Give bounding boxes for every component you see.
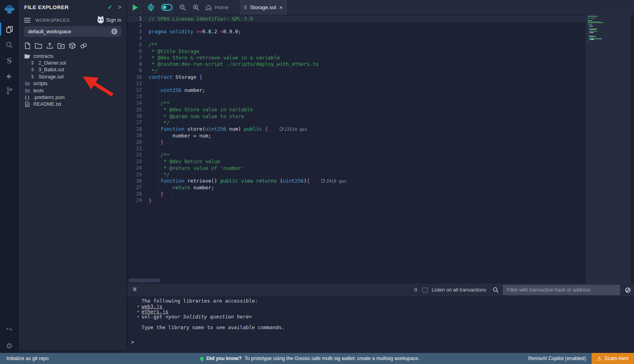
- listen-label: Listen on all transactions: [432, 287, 486, 293]
- collapse-terminal-icon[interactable]: [132, 286, 137, 293]
- remix-logo-icon[interactable]: [0, 3, 19, 17]
- vertical-scrollbar[interactable]: [631, 15, 634, 284]
- code-line-19[interactable]: 19 number = num;: [127, 132, 586, 139]
- tree-item-contracts[interactable]: contracts: [19, 53, 127, 59]
- code-line-5[interactable]: 5/**: [127, 42, 586, 48]
- folder-icon: [24, 81, 31, 86]
- code-line-7[interactable]: 7 * @dev Store & retrieve value in a var…: [127, 54, 586, 61]
- tree-item-tests[interactable]: tests: [19, 87, 127, 94]
- tree-item-.prettierrc.json[interactable]: {}.prettierrc.json: [19, 94, 127, 101]
- run-script-button[interactable]: [133, 4, 138, 11]
- link-icon[interactable]: [80, 42, 88, 50]
- panel-title: FILE EXPLORER: [24, 4, 107, 10]
- code-line-11[interactable]: 11: [127, 80, 586, 87]
- lightbulb-icon: [200, 357, 204, 360]
- transaction-filter-input[interactable]: [503, 285, 620, 295]
- sign-in-button[interactable]: Sign in: [97, 17, 121, 23]
- code-line-29[interactable]: 29}: [127, 197, 586, 204]
- terminal-prompt[interactable]: >: [131, 339, 134, 345]
- code-line-8[interactable]: 8 * @custom:dev-run-script ./scripts/dep…: [127, 61, 586, 67]
- scam-alert-button[interactable]: ⚠ Scam Alert: [592, 353, 634, 364]
- indent-guide: [172, 184, 172, 197]
- code-line-28[interactable]: 28 }: [127, 191, 586, 197]
- code-editor[interactable]: 1// SPDX-License-Identifier: GPL-3.023pr…: [127, 15, 634, 284]
- sol-icon: S: [29, 74, 36, 80]
- tab-storage-sol[interactable]: S Storage.sol ×: [239, 0, 288, 15]
- code-line-24[interactable]: 24 * @return value of 'number': [127, 165, 586, 171]
- code-line-22[interactable]: 22 /**: [127, 152, 586, 158]
- new-file-icon[interactable]: [24, 42, 31, 50]
- ai-copilot-robot-icon[interactable]: [147, 4, 155, 11]
- code-line-20[interactable]: 20 }: [127, 139, 586, 145]
- zoom-in-icon[interactable]: [193, 4, 200, 11]
- code-lines: 1// SPDX-License-Identifier: GPL-3.023pr…: [127, 15, 586, 204]
- deploy-run-icon[interactable]: [0, 70, 19, 83]
- terminal-controls: 0 Listen on all transactions: [414, 285, 634, 295]
- code-line-9[interactable]: 9 */: [127, 67, 586, 74]
- icon-rail: S ⚙: [0, 0, 19, 364]
- folder-icon: [24, 88, 31, 93]
- chevron-right-icon[interactable]: >: [118, 4, 121, 10]
- code-line-26[interactable]: 26 function retrieve() public view retur…: [127, 178, 586, 184]
- copilot-status[interactable]: RemixAI Copilot (enabled): [528, 356, 586, 361]
- terminal-line: •ethers.js: [137, 309, 285, 314]
- new-folder-icon[interactable]: [34, 42, 42, 50]
- code-line-21[interactable]: 21: [127, 145, 586, 152]
- code-line-3[interactable]: 3pragma solidity >=0.8.2 <0.9.0;: [127, 29, 586, 35]
- code-line-27[interactable]: 27 return number;: [127, 184, 586, 191]
- code-line-18[interactable]: 18 function store(uint256 num) public {2…: [127, 126, 586, 132]
- tree-item-3_Ballot.sol[interactable]: S3_Ballot.sol: [19, 67, 127, 73]
- file-tree: contractsS2_Owner.solS3_Ballot.solSStora…: [19, 53, 127, 108]
- zoom-out-icon[interactable]: [179, 4, 186, 11]
- tab-close-icon[interactable]: ×: [279, 4, 283, 11]
- code-line-2[interactable]: 2: [127, 22, 586, 28]
- code-line-4[interactable]: 4: [127, 35, 586, 41]
- settings-gear-icon[interactable]: ⚙: [0, 339, 19, 353]
- terminal-output: The following libraries are accessible:•…: [137, 298, 285, 330]
- gas-pump-icon: [321, 179, 324, 183]
- home-tab[interactable]: Home: [205, 4, 229, 11]
- listen-checkbox[interactable]: [422, 288, 428, 293]
- minimap-strip[interactable]: [586, 15, 631, 284]
- upload-file-icon[interactable]: [46, 42, 53, 50]
- tree-item-2_Owner.sol[interactable]: S2_Owner.sol: [19, 59, 127, 66]
- clear-console-icon[interactable]: [625, 288, 630, 293]
- gas-estimate: 22514 gas: [280, 127, 307, 131]
- tip-text: To prototype using the Gnosis safe multi…: [244, 356, 420, 361]
- plugin-manager-icon[interactable]: [0, 324, 19, 337]
- git-init-button[interactable]: Initialize as git repo: [0, 356, 49, 361]
- code-line-12[interactable]: 12 uint256 number;: [127, 87, 586, 93]
- code-line-6[interactable]: 6 * @title Storage: [127, 48, 586, 54]
- workspace-select[interactable]: default_workspace: [24, 26, 121, 37]
- json-icon: {}: [24, 95, 31, 100]
- workspace-switch-icon: [111, 29, 117, 34]
- menu-icon[interactable]: [24, 18, 31, 23]
- tree-item-README.txt[interactable]: README.txt: [19, 101, 127, 108]
- code-line-1[interactable]: 1// SPDX-License-Identifier: GPL-3.0: [127, 15, 586, 22]
- tree-item-Storage.sol[interactable]: SStorage.sol: [19, 73, 127, 80]
- upload-folder-icon[interactable]: [57, 42, 65, 50]
- toolbar-divider: [176, 0, 176, 15]
- solidity-file-icon: S: [244, 5, 247, 10]
- code-line-13[interactable]: 13: [127, 93, 586, 100]
- search-icon[interactable]: [0, 38, 19, 51]
- terminal[interactable]: The following libraries are accessible:•…: [127, 296, 634, 353]
- code-line-17[interactable]: 17 */: [127, 119, 586, 126]
- cube-icon[interactable]: [69, 42, 76, 50]
- sign-in-label: Sign in: [106, 17, 121, 23]
- transaction-count: 0: [414, 287, 417, 293]
- code-line-10[interactable]: 10contract Storage {: [127, 74, 586, 80]
- git-icon[interactable]: [0, 84, 19, 97]
- code-line-16[interactable]: 16 * @param num value to store: [127, 113, 586, 119]
- terminal-search-icon[interactable]: [493, 287, 499, 293]
- remix-ide-window: S ⚙ FILE EXPLORER ✓ > W: [0, 0, 634, 364]
- code-line-23[interactable]: 23 * @dev Return value: [127, 158, 586, 165]
- horizontal-scrollbar-thumb[interactable]: [128, 278, 160, 282]
- tree-item-scripts[interactable]: scripts: [19, 80, 127, 87]
- file-explorer-icon[interactable]: [0, 23, 19, 36]
- solidity-compiler-icon[interactable]: S: [0, 54, 19, 67]
- code-line-14[interactable]: 14 /**: [127, 100, 586, 106]
- code-line-15[interactable]: 15 * @dev Store value in variable: [127, 106, 586, 112]
- copilot-toggle[interactable]: [161, 4, 172, 11]
- code-line-25[interactable]: 25 */: [127, 171, 586, 177]
